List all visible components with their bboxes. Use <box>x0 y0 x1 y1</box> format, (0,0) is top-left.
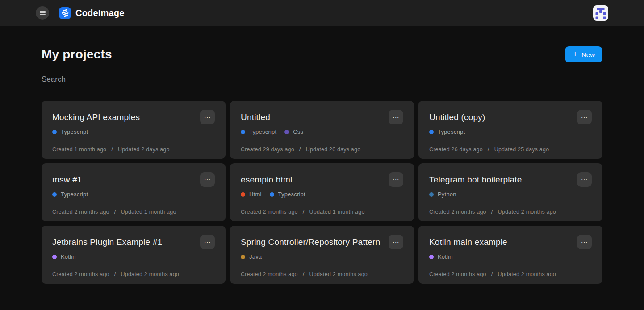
language-dot-icon <box>241 130 245 134</box>
language-dot-icon <box>52 192 57 197</box>
hamburger-icon <box>40 11 46 15</box>
page-title: My projects <box>42 47 112 62</box>
language-dot-icon <box>52 130 57 134</box>
new-project-button[interactable]: + New <box>565 46 602 62</box>
project-card[interactable]: Untitled (copy) ⋯ Typescript Created 26 … <box>418 101 602 159</box>
updated-date: Updated 2 months ago <box>309 271 368 277</box>
project-card[interactable]: esempio html ⋯ HtmlTypescript Created 2 … <box>230 163 414 221</box>
project-dates: Created 26 days ago / Updated 25 days ag… <box>429 146 592 153</box>
project-menu-button[interactable]: ⋯ <box>389 235 403 249</box>
project-title: Jetbrains Plugin Example #1 <box>52 237 162 247</box>
language-name: Typescript <box>438 128 465 135</box>
project-title: Untitled <box>241 112 270 122</box>
language-badge: Typescript <box>270 191 305 198</box>
project-menu-button[interactable]: ⋯ <box>200 172 215 187</box>
ellipsis-icon: ⋯ <box>393 114 400 120</box>
new-button-label: New <box>581 51 595 58</box>
project-dates: Created 2 months ago / Updated 2 months … <box>429 271 592 277</box>
menu-toggle-button[interactable] <box>36 6 49 20</box>
language-dot-icon <box>52 255 57 259</box>
project-menu-button[interactable]: ⋯ <box>577 235 592 249</box>
language-dot-icon <box>241 255 245 259</box>
language-badge: Kotlin <box>429 253 453 260</box>
brand[interactable]: CodeImage <box>59 7 125 19</box>
project-dates: Created 2 months ago / Updated 2 months … <box>241 271 403 277</box>
created-date: Created 2 months ago <box>429 271 486 277</box>
language-name: Typescript <box>278 191 305 198</box>
language-list: Python <box>429 191 592 198</box>
language-dot-icon <box>429 255 434 259</box>
language-name: Css <box>293 128 303 135</box>
updated-date: Updated 20 days ago <box>306 146 361 153</box>
topbar: CodeImage <box>0 0 644 26</box>
language-name: Java <box>249 253 262 260</box>
project-dates: Created 2 months ago / Updated 1 month a… <box>241 208 403 215</box>
user-avatar[interactable] <box>593 5 608 21</box>
project-card[interactable]: Untitled ⋯ TypescriptCss Created 29 days… <box>230 101 414 159</box>
project-menu-button[interactable]: ⋯ <box>389 172 403 187</box>
language-name: Python <box>438 191 456 198</box>
project-menu-button[interactable]: ⋯ <box>200 235 215 249</box>
language-list: HtmlTypescript <box>241 191 403 198</box>
ellipsis-icon: ⋯ <box>581 176 588 183</box>
language-badge: Typescript <box>52 191 88 198</box>
search-bar <box>42 75 602 89</box>
project-title: esempio html <box>241 175 292 185</box>
language-list: Kotlin <box>429 253 592 260</box>
ellipsis-icon: ⋯ <box>204 239 211 245</box>
project-menu-button[interactable]: ⋯ <box>200 110 215 124</box>
project-menu-button[interactable]: ⋯ <box>577 172 592 187</box>
project-title: Telegram bot boilerplate <box>429 175 522 185</box>
created-date: Created 2 months ago <box>429 209 486 215</box>
language-list: TypescriptCss <box>241 128 403 135</box>
ellipsis-icon: ⋯ <box>204 114 211 120</box>
project-dates: Created 2 months ago / Updated 2 months … <box>52 271 215 277</box>
language-dot-icon <box>429 130 434 134</box>
project-card[interactable]: Kotlin main example ⋯ Kotlin Created 2 m… <box>418 226 602 284</box>
language-badge: Css <box>284 128 303 135</box>
language-badge: Typescript <box>241 128 276 135</box>
language-name: Typescript <box>61 128 88 135</box>
language-badge: Python <box>429 191 456 198</box>
project-title: Mocking API examples <box>52 112 140 122</box>
project-dates: Created 1 month ago / Updated 2 days ago <box>52 146 215 153</box>
created-date: Created 1 month ago <box>52 146 106 153</box>
date-separator-icon: / <box>299 146 301 153</box>
project-card[interactable]: Mocking API examples ⋯ Typescript Create… <box>42 101 226 159</box>
language-dot-icon <box>429 192 434 197</box>
date-separator-icon: / <box>114 271 116 277</box>
project-menu-button[interactable]: ⋯ <box>577 110 592 124</box>
project-card[interactable]: Spring Controller/Repository Pattern ⋯ J… <box>230 226 414 284</box>
project-card[interactable]: msw #1 ⋯ Typescript Created 2 months ago… <box>42 163 226 221</box>
plus-icon: + <box>573 50 577 58</box>
project-card[interactable]: Telegram bot boilerplate ⋯ Python Create… <box>418 163 602 221</box>
codeimage-logo-icon <box>59 7 71 19</box>
project-title: msw #1 <box>52 175 82 185</box>
project-dates: Created 29 days ago / Updated 20 days ag… <box>241 146 403 153</box>
project-menu-button[interactable]: ⋯ <box>389 110 403 124</box>
language-badge: Html <box>241 191 262 198</box>
projects-grid: Mocking API examples ⋯ Typescript Create… <box>42 101 602 284</box>
language-badge: Typescript <box>429 128 465 135</box>
language-name: Kotlin <box>61 253 76 260</box>
language-badge: Typescript <box>52 128 88 135</box>
language-list: Typescript <box>52 128 215 135</box>
search-input[interactable] <box>42 75 602 84</box>
date-separator-icon: / <box>303 208 305 215</box>
language-list: Java <box>241 253 403 260</box>
main-content: My projects + New Mocking API examples ⋯… <box>42 46 602 284</box>
date-separator-icon: / <box>114 208 116 215</box>
language-list: Typescript <box>52 191 215 198</box>
brand-name: CodeImage <box>75 8 125 18</box>
ellipsis-icon: ⋯ <box>581 239 588 245</box>
project-title: Untitled (copy) <box>429 112 485 122</box>
created-date: Created 2 months ago <box>52 209 109 215</box>
updated-date: Updated 1 month ago <box>309 209 365 215</box>
language-list: Kotlin <box>52 253 215 260</box>
project-card[interactable]: Jetbrains Plugin Example #1 ⋯ Kotlin Cre… <box>42 226 226 284</box>
ellipsis-icon: ⋯ <box>204 176 211 183</box>
date-separator-icon: / <box>488 146 489 153</box>
date-separator-icon: / <box>491 271 493 277</box>
project-dates: Created 2 months ago / Updated 1 month a… <box>52 208 215 215</box>
language-dot-icon <box>284 130 289 134</box>
